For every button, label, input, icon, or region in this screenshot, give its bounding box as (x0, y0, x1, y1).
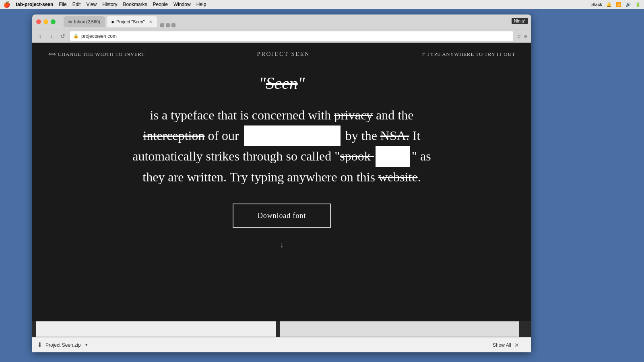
menu-edit[interactable]: Edit (72, 2, 81, 7)
minimize-window-button[interactable] (43, 19, 48, 24)
tab-nav-buttons (160, 23, 175, 27)
tab-gmail-label: Inbox (2,560) (74, 19, 100, 24)
project-seen-favicon: ■ (111, 20, 114, 24)
thumbnail-right (280, 321, 519, 337)
wifi-icon: 📶 (616, 2, 621, 7)
download-file-icon: ⬇ (37, 341, 42, 349)
notification-icon: 🔔 (606, 2, 612, 7)
menubar-status-icons: Slack 🔔 📶 🔊 🔋 (591, 2, 641, 7)
menu-file[interactable]: File (59, 2, 66, 7)
battery-icon: 🔋 (635, 2, 641, 7)
body-spook-words: spook words (340, 149, 412, 163)
site-title: PROJECT SEEN (257, 51, 310, 58)
body-website: website (378, 170, 418, 184)
header-width-hint: ⟺ CHANGE THE WIDTH TO INVERT (48, 51, 144, 58)
body-redacted (244, 125, 341, 146)
maximize-window-button[interactable] (51, 19, 56, 24)
body-privacy: privacy (334, 108, 373, 122)
volume-icon: 🔊 (625, 2, 631, 7)
headline-seen: Seen (266, 74, 297, 93)
body-of-our: of our (208, 128, 242, 143)
download-font-button[interactable]: Download font (233, 204, 331, 228)
gmail-favicon: ✉ (68, 20, 72, 24)
url-bar[interactable]: 🔒 projectseen.com (70, 31, 513, 41)
body-words-redacted: words (376, 146, 410, 167)
download-dropdown[interactable]: ▾ (85, 342, 88, 348)
macos-menubar: 🍎 tab-project-seen File Edit View Histor… (0, 0, 644, 9)
ninja-extension[interactable]: Ninja* (512, 18, 528, 24)
apple-menu[interactable]: 🍎 (3, 1, 10, 8)
body-interception: interception (143, 128, 205, 143)
slack-label: Slack (591, 2, 602, 7)
chrome-titlebar: ✉ Inbox (2,560) ■ Project "Seen" ✕ Ninja… (32, 14, 531, 29)
tab-project-seen-label: Project "Seen" (116, 19, 145, 24)
tab-next-button[interactable] (166, 23, 170, 27)
app-name[interactable]: tab-project-seen (16, 2, 53, 7)
tab-close-x[interactable] (171, 23, 175, 27)
downloads-bar-close[interactable]: ✕ (514, 342, 519, 348)
tab-gmail[interactable]: ✉ Inbox (2,560) (64, 16, 105, 27)
menu-view[interactable]: View (86, 2, 97, 7)
body-nsa: NSA. (380, 128, 409, 143)
lock-icon: 🔒 (73, 33, 79, 39)
chrome-navbar: ‹ › ↺ 🔒 projectseen.com ☆ ≡ (32, 29, 531, 43)
body-text[interactable]: is a typeface that is concerned with pri… (132, 105, 431, 187)
chrome-window: ✉ Inbox (2,560) ■ Project "Seen" ✕ Ninja… (32, 14, 531, 352)
bookmark-icon[interactable]: ☆ (516, 33, 522, 39)
site-bottom-thumbnails (32, 321, 531, 337)
thumbnail-left (36, 321, 276, 337)
menu-bookmarks[interactable]: Bookmarks (123, 2, 147, 7)
forward-button[interactable]: › (47, 32, 56, 40)
body-intro: is a typeface that is concerned with (150, 108, 334, 122)
site-header: ⟺ CHANGE THE WIDTH TO INVERT PROJECT SEE… (32, 43, 531, 66)
tab-close-button[interactable]: ✕ (149, 20, 152, 24)
menu-history[interactable]: History (102, 2, 117, 7)
downloads-right-controls: Show All ✕ (493, 342, 519, 348)
close-window-button[interactable] (36, 19, 41, 24)
chrome-downloads-bar: ⬇ Project Seen.zip ▾ Show All ✕ (32, 337, 531, 352)
download-filename: Project Seen.zip (45, 342, 80, 348)
browser-menu-icon[interactable]: ≡ (524, 33, 527, 39)
headline: "Seen" (259, 74, 305, 93)
site-main-content: "Seen" is a typeface that is concerned w… (32, 66, 531, 352)
body-and-the: and the (376, 108, 413, 122)
menu-people[interactable]: People (153, 2, 168, 7)
traffic-lights (36, 19, 56, 24)
website-content: ⟺ CHANGE THE WIDTH TO INVERT PROJECT SEE… (32, 43, 531, 352)
scroll-arrow: ↓ (280, 240, 284, 249)
menu-window[interactable]: Window (173, 2, 191, 7)
browser-nav-right: ☆ ≡ (516, 33, 527, 39)
show-all-link[interactable]: Show All (493, 342, 511, 348)
tab-prev-button[interactable] (160, 23, 164, 27)
back-button[interactable]: ‹ (36, 32, 44, 40)
url-text: projectseen.com (81, 33, 117, 39)
menu-help[interactable]: Help (196, 2, 206, 7)
tab-bar: ✉ Inbox (2,560) ■ Project "Seen" ✕ (64, 16, 175, 27)
tab-project-seen[interactable]: ■ Project "Seen" ✕ (107, 16, 157, 27)
header-type-hint: # TYPE ANYWHERE TO TRY IT OUT (422, 51, 515, 58)
refresh-button[interactable]: ↺ (59, 32, 67, 40)
